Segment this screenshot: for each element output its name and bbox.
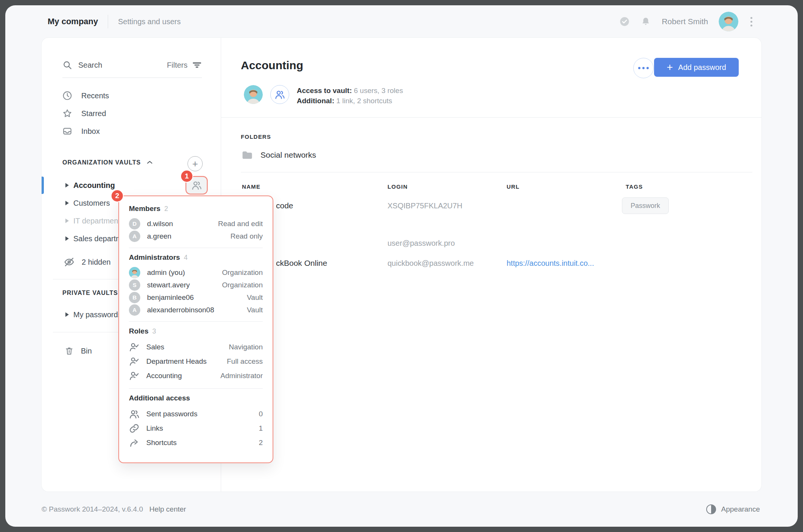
avatar: S — [129, 279, 140, 291]
additional-count: 1 — [259, 424, 263, 433]
sidebar-item-inbox[interactable]: Inbox — [42, 123, 221, 140]
member-row[interactable]: A a.green Read only — [129, 230, 263, 242]
password-row-name[interactable]: code — [276, 201, 293, 210]
top-bar: My company Settings and users Robert Smi… — [5, 5, 798, 38]
user-avatar[interactable] — [719, 12, 738, 31]
header-divider — [221, 117, 761, 118]
admin-role: Vault — [247, 306, 263, 314]
admin-name: benjaminlee06 — [147, 293, 194, 302]
filters-button[interactable]: Filters — [167, 60, 202, 70]
search-icon — [62, 60, 72, 70]
role-row[interactable]: Accounting Administrator — [129, 369, 263, 383]
expand-triangle-icon[interactable] — [65, 236, 69, 241]
check-circle-icon[interactable] — [619, 16, 630, 27]
additional-name: Links — [146, 424, 163, 433]
bin-label: Bin — [81, 347, 92, 355]
user-check-icon — [129, 342, 140, 352]
link-icon — [129, 423, 140, 434]
role-access: Administrator — [220, 372, 263, 380]
tag-chip[interactable]: Passwork — [622, 197, 669, 214]
search-row: Filters — [62, 56, 202, 74]
search-input[interactable] — [78, 61, 143, 70]
add-vault-button[interactable]: + — [188, 156, 203, 171]
user-name[interactable]: Robert Smith — [662, 17, 708, 26]
sidebar-item-label: Recents — [81, 92, 109, 100]
theme-icon — [706, 504, 716, 514]
add-password-button[interactable]: + Add password — [654, 58, 739, 77]
admins-title: Administrators — [129, 253, 180, 262]
avatar: A — [129, 304, 140, 316]
filter-icon — [192, 60, 202, 70]
sidebar-item-label: Starred — [81, 109, 106, 118]
vault-menu-button[interactable] — [633, 58, 654, 78]
role-row[interactable]: Department Heads Full access — [129, 354, 263, 369]
overflow-menu-icon[interactable] — [749, 16, 754, 28]
vault-access-summary: Access to vault: 6 users, 3 roles Additi… — [297, 85, 403, 106]
vault-label: Accounting — [73, 181, 115, 190]
clock-icon — [62, 91, 72, 101]
password-row-login: user@passwork.pro — [388, 239, 455, 248]
vault-users-icon[interactable] — [270, 85, 289, 104]
sidebar-item-starred[interactable]: Starred — [42, 105, 221, 122]
appearance-label: Appearance — [721, 505, 760, 513]
member-role: Read and edit — [218, 220, 263, 228]
expand-triangle-icon[interactable] — [65, 201, 69, 205]
additional-row[interactable]: Sent passwords 0 — [129, 407, 263, 421]
help-center-link[interactable]: Help center — [149, 505, 186, 513]
access-label: Access to vault: — [297, 87, 352, 95]
folders-header: FOLDERS — [241, 133, 271, 140]
additional-row[interactable]: Shortcuts 2 — [129, 436, 263, 450]
tag-label: Passwork — [631, 202, 660, 210]
shortcut-icon — [129, 437, 140, 448]
members-title: Members — [129, 205, 160, 213]
bell-icon[interactable] — [640, 16, 651, 27]
expand-triangle-icon[interactable] — [65, 219, 69, 223]
topbar-divider — [108, 15, 108, 28]
avatar: B — [129, 292, 140, 303]
admin-row[interactable]: A alexanderrobinson08 Vault — [129, 304, 263, 316]
role-access: Full access — [227, 357, 263, 366]
expand-triangle-icon[interactable] — [65, 183, 69, 188]
avatar — [129, 267, 140, 278]
column-header-name: NAME — [242, 183, 260, 190]
vault-label: Customers — [73, 199, 110, 208]
password-row-name[interactable]: ckBook Online — [276, 259, 327, 268]
vault-owner-avatar[interactable] — [244, 85, 263, 104]
folder-icon — [241, 149, 254, 161]
role-row[interactable]: Sales Navigation — [129, 340, 263, 354]
additional-name: Sent passwords — [146, 410, 197, 418]
access-popup: Members2 D d.wilson Read and edit A a.gr… — [118, 195, 273, 463]
admin-row[interactable]: admin (you) Organization — [129, 266, 263, 279]
folder-label: Social networks — [260, 150, 316, 160]
additional-label: Additional: — [297, 97, 334, 105]
vault-label: IT department — [73, 217, 120, 225]
expand-triangle-icon[interactable] — [65, 312, 69, 317]
admin-name: stewart.avery — [147, 281, 190, 289]
admin-row[interactable]: S stewart.avery Organization — [129, 279, 263, 291]
sidebar-item-recents[interactable]: Recents — [42, 87, 221, 104]
users-icon — [129, 409, 140, 419]
hidden-vaults-toggle[interactable]: 2 hidden — [64, 253, 111, 271]
password-row-url-link[interactable]: https://accounts.intuit.co... — [507, 259, 594, 268]
additional-count: 0 — [259, 410, 263, 418]
column-header-login: LOGIN — [388, 183, 408, 190]
members-count: 2 — [164, 205, 168, 213]
chevron-up-icon[interactable] — [146, 159, 153, 166]
password-row-login: quickbook@passwork.me — [388, 259, 474, 268]
admin-row[interactable]: B benjaminlee06 Vault — [129, 291, 263, 304]
member-row[interactable]: D d.wilson Read and edit — [129, 217, 263, 230]
add-password-label: Add password — [678, 63, 726, 72]
appearance-toggle[interactable]: Appearance — [706, 504, 760, 514]
member-name: d.wilson — [147, 220, 173, 228]
additional-count: 2 — [259, 439, 263, 447]
additional-row[interactable]: Links 1 — [129, 421, 263, 436]
folder-social-networks[interactable]: Social networks — [241, 147, 316, 163]
roles-count: 3 — [152, 327, 156, 335]
admin-name: admin (you) — [147, 268, 185, 277]
footer: © Passwork 2014–2024, v.6.4.0 Help cente… — [5, 503, 798, 516]
sidebar-item-bin[interactable]: Bin — [64, 342, 92, 360]
eye-off-icon — [64, 256, 76, 268]
role-name: Sales — [146, 343, 164, 351]
additional-name: Shortcuts — [146, 439, 177, 447]
admins-count: 4 — [184, 254, 188, 262]
